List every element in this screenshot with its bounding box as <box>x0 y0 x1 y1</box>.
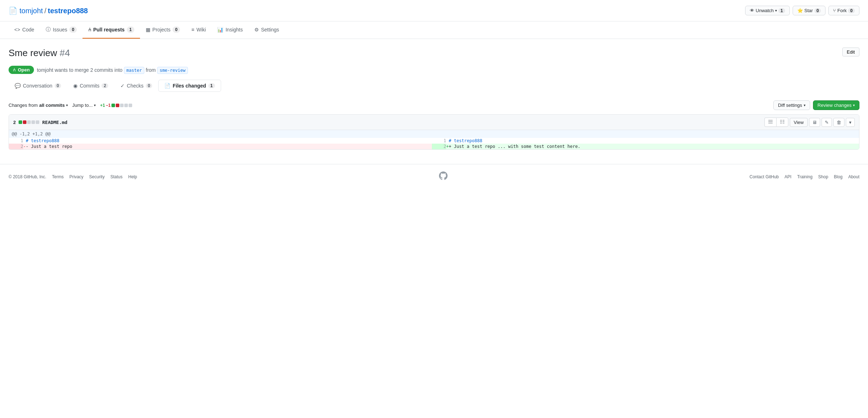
caret-down-icon: ▾ <box>66 103 68 107</box>
caret-down-icon-diff: ▾ <box>804 103 805 107</box>
nav-wiki[interactable]: ≡ Wiki <box>186 21 212 39</box>
diff-stat: +1 −1 <box>100 103 132 108</box>
right-line-num: 2 <box>432 144 446 149</box>
nav-pull-requests[interactable]: ⑃ Pull requests 1 <box>83 21 140 39</box>
tab-conversation[interactable]: 💬 Conversation 0 <box>9 80 67 92</box>
diff-block-2 <box>116 104 119 107</box>
wiki-icon: ≡ <box>191 27 194 33</box>
diff-block-4 <box>124 104 128 107</box>
changes-from-dropdown[interactable]: Changes from all commits ▾ <box>9 103 68 108</box>
footer-status[interactable]: Status <box>110 174 123 179</box>
unwatch-button[interactable]: 👁 Unwatch ▾ 1 <box>745 6 790 15</box>
edit-button[interactable]: Edit <box>842 48 859 56</box>
nav-code[interactable]: <> Code <box>9 21 40 39</box>
file-name[interactable]: README.md <box>42 120 67 125</box>
repo-name-link[interactable]: testrepo888 <box>48 7 88 15</box>
repo-owner-link[interactable]: tomjoht <box>20 7 43 15</box>
star-count: 0 <box>814 8 821 13</box>
insights-icon: 📊 <box>217 27 223 33</box>
footer-shop[interactable]: Shop <box>818 174 828 179</box>
footer: © 2018 GitHub, Inc. Terms Privacy Securi… <box>0 164 868 189</box>
file-block-2 <box>23 120 26 124</box>
right-content: + Just a test repo ... with some test co… <box>449 144 859 149</box>
file-diff-header: 2 README.md <box>9 115 859 130</box>
settings-icon: ⚙ <box>254 27 259 33</box>
pr-title: Sme review #4 <box>9 48 70 59</box>
repo-icon: 📄 <box>9 7 18 15</box>
nav-projects[interactable]: ▦ Projects 0 <box>140 21 186 39</box>
repo-nav: <> Code ⓘ Issues 0 ⑃ Pull requests 1 ▦ P… <box>0 21 868 39</box>
star-icon: ⭐ <box>797 8 803 13</box>
view-mode-group <box>764 118 788 127</box>
footer-help[interactable]: Help <box>128 174 137 179</box>
conversation-icon: 💬 <box>15 83 21 89</box>
nav-issues[interactable]: ⓘ Issues 0 <box>40 21 83 39</box>
footer-terms[interactable]: Terms <box>52 174 64 179</box>
tab-checks[interactable]: ✓ Checks 0 <box>114 80 158 92</box>
projects-icon: ▦ <box>146 27 150 33</box>
left-content: - Just a test repo <box>26 144 432 149</box>
fork-button[interactable]: ⑂ Fork 0 <box>828 6 859 15</box>
chevron-down-icon: ▾ <box>849 120 852 125</box>
file-block-1 <box>19 120 22 124</box>
inline-view-button[interactable] <box>764 118 776 127</box>
footer-privacy[interactable]: Privacy <box>69 174 83 179</box>
diff-hunk-row: @@ -1,2 +1,2 @@ <box>9 130 859 138</box>
display-icon-button[interactable]: 🖥 <box>809 118 820 127</box>
review-changes-button[interactable]: Review changes ▾ <box>813 100 859 110</box>
split-view-button[interactable] <box>776 118 788 127</box>
view-file-button[interactable]: View <box>790 118 808 127</box>
right-line-num: 1 <box>432 138 446 144</box>
fork-count: 0 <box>848 8 855 13</box>
code-icon: <> <box>14 27 20 33</box>
files-toolbar: Changes from all commits ▾ Jump to... ▾ … <box>9 98 859 114</box>
file-block-5 <box>36 120 39 124</box>
footer-security[interactable]: Security <box>89 174 105 179</box>
table-row: 2 - - Just a test repo 2 + + Just a test… <box>9 144 859 149</box>
footer-github-icon <box>439 171 448 182</box>
file-block-4 <box>31 120 35 124</box>
fork-icon: ⑂ <box>833 8 836 13</box>
collapse-file-button[interactable]: ▾ <box>846 118 855 127</box>
star-button[interactable]: ⭐ Star 0 <box>793 6 826 15</box>
nav-settings[interactable]: ⚙ Settings <box>249 21 285 39</box>
unwatch-count: 1 <box>778 8 785 13</box>
footer-api[interactable]: API <box>784 174 791 179</box>
footer-about[interactable]: About <box>848 174 859 179</box>
copyright: © 2018 GitHub, Inc. <box>9 174 46 179</box>
pencil-icon: ✎ <box>825 120 829 125</box>
monitor-icon: 🖥 <box>812 120 817 125</box>
footer-blog[interactable]: Blog <box>834 174 843 179</box>
commits-icon: ◉ <box>73 83 78 89</box>
edit-file-button[interactable]: ✎ <box>822 118 832 127</box>
issues-icon: ⓘ <box>46 26 51 33</box>
jump-to-dropdown[interactable]: Jump to... ▾ <box>72 103 96 108</box>
right-marker: + <box>446 144 449 149</box>
tab-commits[interactable]: ◉ Commits 2 <box>67 80 114 92</box>
caret-down-icon-jump: ▾ <box>94 103 96 107</box>
left-marker: - <box>23 144 26 149</box>
caret-icon: ▾ <box>775 9 777 13</box>
right-content: # testrepo888 <box>449 138 859 144</box>
files-icon: 📄 <box>164 83 170 89</box>
right-marker <box>446 138 449 144</box>
pr-open-icon: ⑃ <box>13 67 16 73</box>
delete-file-button[interactable]: 🗑 <box>833 118 844 127</box>
nav-insights[interactable]: 📊 Insights <box>211 21 248 39</box>
tab-files-changed[interactable]: 📄 Files changed 1 <box>158 80 221 92</box>
caret-down-icon-review: ▾ <box>853 103 855 107</box>
pr-meta-text: tomjoht wants to merge 2 commits into ma… <box>37 67 188 73</box>
table-row: 1 # testrepo888 1 # testrepo888 <box>9 138 859 144</box>
diff-table: @@ -1,2 +1,2 @@ 1 # testrepo888 1 # test… <box>9 130 859 149</box>
diff-blocks <box>111 104 132 107</box>
open-badge: ⑃ Open <box>9 66 34 74</box>
pr-tabs: 💬 Conversation 0 ◉ Commits 2 ✓ Checks 0 … <box>9 80 859 92</box>
pr-meta: ⑃ Open tomjoht wants to merge 2 commits … <box>9 66 859 74</box>
footer-contact-github[interactable]: Contact GitHub <box>749 174 779 179</box>
footer-training[interactable]: Training <box>797 174 813 179</box>
left-line-num: 1 <box>9 138 23 144</box>
file-block-3 <box>27 120 31 124</box>
file-diff: 2 README.md <box>9 114 859 150</box>
diff-stat-num: 2 <box>13 120 16 125</box>
diff-settings-button[interactable]: Diff settings ▾ <box>773 100 810 110</box>
